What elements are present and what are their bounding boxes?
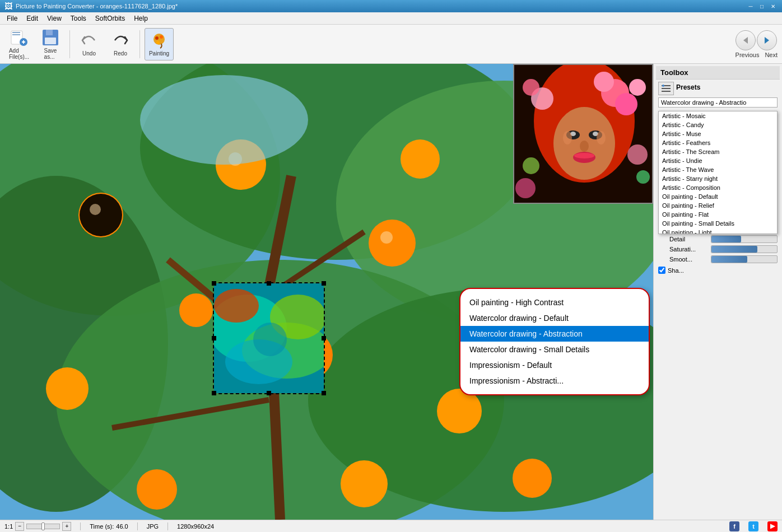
youtube-icon[interactable]: ▶ <box>767 521 778 531</box>
toolbox-title: Toolbox <box>656 66 780 80</box>
svg-point-46 <box>523 79 539 96</box>
redo-icon <box>111 31 129 49</box>
big-dropdown-item-watercolor-abstraction[interactable]: Watercolor drawing - Abstraction <box>460 326 649 342</box>
preset-oil-small-details[interactable]: Oil painting - Small Details <box>659 219 777 228</box>
preset-artistic-muse[interactable]: Artistic - Muse <box>659 129 777 138</box>
window-controls: ─ □ ✕ <box>746 2 778 11</box>
transformed-content <box>214 283 324 393</box>
sharpen-label: Sha... <box>668 267 684 274</box>
add-files-label: AddFile(s)... <box>9 48 29 60</box>
add-files-button[interactable]: AddFile(s)... <box>4 28 34 60</box>
svg-point-52 <box>580 141 589 152</box>
undo-button[interactable]: Undo <box>75 28 104 60</box>
painting-button[interactable]: Painting <box>145 28 174 60</box>
big-dropdown-item-impressionism-default[interactable]: Impressionism - Default <box>460 357 649 373</box>
preset-artistic-composition[interactable]: Artistic - Composition <box>659 183 777 192</box>
preset-artistic-mosaic[interactable]: Artistic - Mosaic <box>659 111 777 120</box>
menu-softorbits[interactable]: SoftOrbits <box>91 13 129 24</box>
transformed-svg <box>214 283 324 393</box>
facebook-icon[interactable]: f <box>729 521 739 531</box>
time-label: Time (s): <box>90 523 114 530</box>
detail-slider[interactable] <box>711 235 778 243</box>
menu-file[interactable]: File <box>2 13 22 24</box>
previous-label: Previous <box>736 52 760 58</box>
svg-point-65 <box>214 289 259 323</box>
preset-artistic-starry[interactable]: Artistic - Starry night <box>659 174 777 183</box>
menu-edit[interactable]: Edit <box>22 13 43 24</box>
zoom-plus-button[interactable]: + <box>62 522 71 531</box>
preview-image <box>513 64 653 204</box>
preset-icon-button[interactable] <box>658 82 674 95</box>
title-bar: 🖼 Picture to Painting Converter - orange… <box>0 0 782 12</box>
redo-label: Redo <box>114 50 127 57</box>
big-dropdown-overlay[interactable]: Oil painting - High Contrast Watercolor … <box>459 288 650 395</box>
format-label: JPG <box>147 523 159 530</box>
preset-oil-light[interactable]: Oil painting - Light <box>659 228 777 234</box>
svg-point-57 <box>627 144 648 165</box>
prev-next-buttons <box>736 30 777 50</box>
saturation-label: Saturati... <box>669 246 709 253</box>
preset-artistic-undie[interactable]: Artistic - Undie <box>659 156 777 165</box>
prev-next-labels: Previous Next <box>736 52 778 58</box>
preset-artistic-scream[interactable]: Artistic - The Scream <box>659 147 777 156</box>
svg-point-43 <box>615 93 637 115</box>
zoom-slider[interactable] <box>26 524 60 529</box>
painting-icon <box>150 31 168 49</box>
menu-bar: File Edit View Tools SoftOrbits Help <box>0 12 782 25</box>
toolbar-separator-1 <box>69 30 70 58</box>
smooth-slider[interactable] <box>711 255 778 263</box>
twitter-icon[interactable]: t <box>748 521 758 531</box>
svg-rect-2 <box>12 34 20 35</box>
status-sep-1 <box>80 522 81 530</box>
preset-oil-flat[interactable]: Oil painting - Flat <box>659 210 777 219</box>
save-as-button[interactable]: Saveas... <box>36 28 65 60</box>
status-bar: 1:1 − + Time (s): 46.0 JPG 1280x960x24 f… <box>0 520 782 532</box>
svg-marker-14 <box>765 37 769 44</box>
preset-artistic-wave[interactable]: Artistic - The Wave <box>659 165 777 174</box>
checkbox-row: Sha... <box>658 267 778 274</box>
detail-label: Detail <box>669 236 709 242</box>
save-icon <box>41 29 59 46</box>
svg-point-54 <box>574 153 594 158</box>
minimize-button[interactable]: ─ <box>746 2 755 11</box>
svg-point-10 <box>155 36 159 40</box>
preset-artistic-candy[interactable]: Artistic - Candy <box>659 120 777 129</box>
zoom-minus-button[interactable]: − <box>15 522 24 531</box>
svg-point-71 <box>662 85 664 87</box>
svg-point-55 <box>563 131 572 144</box>
canvas-area[interactable]: Oil painting - High Contrast Watercolor … <box>0 64 653 520</box>
presets-dropdown[interactable]: Artistic - Mosaic Artistic - Candy Artis… <box>658 111 778 234</box>
saturation-row: Saturati... <box>658 245 778 253</box>
next-label: Next <box>765 52 778 58</box>
menu-help[interactable]: Help <box>129 13 152 24</box>
svg-point-44 <box>629 79 646 96</box>
big-dropdown-item-oil-high[interactable]: Oil painting - High Contrast <box>460 295 649 310</box>
maximize-button[interactable]: □ <box>757 2 766 11</box>
close-button[interactable]: ✕ <box>769 2 778 11</box>
big-dropdown-item-watercolor-default[interactable]: Watercolor drawing - Default <box>460 310 649 326</box>
time-status: Time (s): 46.0 <box>90 523 128 530</box>
svg-rect-1 <box>12 32 20 33</box>
next-button[interactable] <box>757 30 777 50</box>
window-title: Picture to Painting Converter - oranges-… <box>16 3 746 10</box>
sharpen-checkbox[interactable] <box>658 267 665 274</box>
redo-button[interactable]: Redo <box>106 28 135 60</box>
big-dropdown-item-watercolor-small[interactable]: Watercolor drawing - Small Details <box>460 342 649 357</box>
saturation-slider[interactable] <box>711 245 778 253</box>
preset-oil-default[interactable]: Oil painting - Default <box>659 192 777 201</box>
toolbar-separator-2 <box>139 30 140 58</box>
time-value: 46.0 <box>116 523 128 530</box>
svg-rect-8 <box>45 38 56 44</box>
presets-select[interactable]: Watercolor drawing - Abstractio Artistic… <box>658 97 778 108</box>
big-dropdown-item-impressionism-abstract[interactable]: Impressionism - Abstracti... <box>460 373 649 389</box>
svg-point-59 <box>636 170 650 184</box>
add-files-icon <box>10 29 28 46</box>
svg-point-67 <box>253 323 287 356</box>
preset-artistic-feathers[interactable]: Artistic - Feathers <box>659 138 777 147</box>
preset-oil-relief[interactable]: Oil painting - Relief <box>659 201 777 210</box>
status-sep-2 <box>137 522 138 530</box>
previous-button[interactable] <box>736 30 756 50</box>
menu-tools[interactable]: Tools <box>66 13 91 24</box>
presets-label: Presets <box>676 83 700 91</box>
menu-view[interactable]: View <box>43 13 66 24</box>
